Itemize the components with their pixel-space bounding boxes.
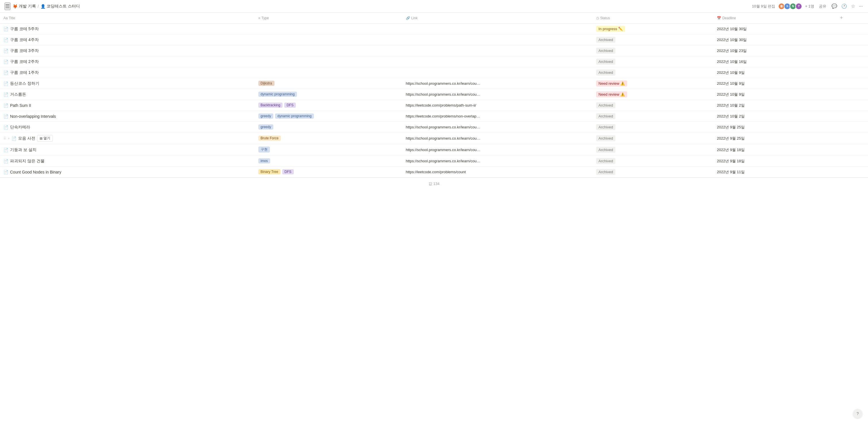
status-badge[interactable]: Archived [596, 102, 615, 108]
status-badge[interactable]: Need review ⚠️ [596, 80, 627, 87]
link-value[interactable]: https://school.programmers.co.kr/learn/c… [406, 92, 480, 97]
link-cell: https://school.programmers.co.kr/learn/c… [402, 122, 593, 133]
status-badge[interactable]: Archived [596, 113, 615, 119]
tag[interactable]: Backtracking [258, 103, 283, 108]
status-badge[interactable]: Archived [596, 147, 615, 153]
link-cell [402, 34, 593, 45]
more-button[interactable]: ··· [859, 3, 863, 9]
col-status[interactable]: ◷ Status [593, 13, 713, 24]
add-column-button[interactable]: + [838, 15, 845, 21]
devlog-icon: 🦊 [13, 4, 18, 9]
status-badge[interactable]: Archived [596, 69, 615, 75]
comment-button[interactable]: 💬 [831, 3, 838, 9]
table-row: 📄 Path Sum II BacktrackingDFShttps://lee… [0, 100, 868, 111]
avatar-group[interactable]: 황 h N Y [778, 3, 802, 10]
type-cell [255, 45, 402, 56]
row-title[interactable]: 구름 코테 4주차 [10, 37, 39, 42]
deadline-cell: 2022년 9월 25일 [713, 133, 834, 144]
menu-button[interactable]: ☰ [5, 3, 10, 10]
tag[interactable]: dynamic programming [258, 92, 297, 97]
tag[interactable]: 구현 [258, 146, 270, 153]
title-cell: 📄 단속카메라 [0, 122, 255, 133]
link-value[interactable]: https://school.programmers.co.kr/learn/c… [406, 148, 480, 152]
col-link-icon: 🔗 [406, 16, 410, 20]
row-title[interactable]: 구름 코테 5주차 [10, 26, 39, 32]
row-title[interactable]: 기둥과 보 설치 [10, 148, 36, 153]
row-title[interactable]: 등산코스 정하기 [10, 81, 39, 86]
deadline-value: 2022년 10월 16일 [717, 60, 747, 64]
tag[interactable]: Binary Tree [258, 169, 281, 174]
status-badge[interactable]: Need review ⚠️ [596, 91, 627, 97]
row-title[interactable]: Non-overlapping Intervals [10, 114, 56, 119]
deadline-value: 2022년 9월 18일 [717, 159, 745, 163]
tag[interactable]: DFS [284, 103, 296, 108]
extra-cell [834, 133, 868, 144]
tag[interactable]: dynamic programming [275, 113, 314, 119]
col-deadline-label: Deadline [722, 16, 736, 20]
table-row: 📄 등산코스 정하기 Dijkstrahttps://school.progra… [0, 78, 868, 89]
history-button[interactable]: 🕐 [841, 3, 847, 9]
extra-cell [834, 100, 868, 111]
row-title[interactable]: 구름 코테 1주차 [10, 70, 39, 75]
link-value[interactable]: https://leetcode.com/problems/non-overla… [406, 114, 480, 118]
type-cell: BacktrackingDFS [255, 100, 402, 111]
col-add[interactable]: + [834, 13, 868, 24]
tag[interactable]: greedy [258, 124, 274, 130]
link-value[interactable]: https://school.programmers.co.kr/learn/c… [406, 136, 480, 140]
share-button[interactable]: 공유 [817, 3, 828, 9]
drag-handle[interactable]: ⠿ [3, 136, 6, 140]
link-value[interactable]: https://leetcode.com/problems/count [406, 170, 480, 174]
status-cell: Archived [593, 34, 713, 45]
status-badge[interactable]: In progress ✏️ [596, 26, 625, 32]
status-badge[interactable]: Archived [596, 48, 615, 54]
doc-icon: 📄 [3, 81, 8, 86]
status-badge[interactable]: Archived [596, 124, 615, 130]
status-badge[interactable]: Archived [596, 158, 615, 164]
title-cell: 📄 구름 코테 2주차 [0, 56, 255, 67]
deadline-cell: 2022년 10월 30일 [713, 34, 834, 45]
col-deadline[interactable]: 📅 Deadline [713, 13, 834, 24]
table-row: 📄 구름 코테 2주차 Archived2022년 10월 16일 [0, 56, 868, 67]
col-title[interactable]: Aa Title [0, 13, 255, 24]
link-value[interactable]: https://school.programmers.co.kr/learn/c… [406, 159, 480, 163]
deadline-cell: 2022년 10월 9일 [713, 78, 834, 89]
title-cell: 📄 구름 코테 4주차 [0, 34, 255, 45]
favorite-button[interactable]: ☆ [850, 3, 856, 9]
status-badge[interactable]: Archived [596, 59, 615, 65]
tag[interactable]: DFS [282, 169, 294, 174]
row-title[interactable]: 파괴되지 않은 건물 [10, 159, 44, 164]
status-badge[interactable]: Archived [596, 37, 615, 43]
row-title[interactable]: 구름 코테 2주차 [10, 59, 39, 64]
row-title[interactable]: 단속카메라 [10, 125, 30, 130]
footer-count-label: 값 134 [429, 182, 439, 186]
breadcrumb-item-1[interactable]: 🦊 개발 기록 [13, 4, 36, 9]
type-cell: greedy [255, 122, 402, 133]
link-value[interactable]: https://leetcode.com/problems/path-sum-i… [406, 103, 480, 107]
tag[interactable]: imos [258, 158, 270, 163]
row-title[interactable]: 구름 코테 3주차 [10, 48, 39, 54]
breadcrumb-label-1: 개발 기록 [19, 4, 36, 9]
main-table: Aa Title ≡ Type 🔗 Link [0, 13, 868, 177]
tag[interactable]: Brute Force [258, 136, 281, 141]
tag[interactable]: greedy [258, 113, 274, 119]
deadline-cell: 2022년 9월 18일 [713, 156, 834, 167]
table-row: 📄 구름 코테 3주차 Archived2022년 10월 23일 [0, 45, 868, 56]
deadline-value: 2022년 10월 2일 [717, 114, 745, 118]
row-title[interactable]: 거스름돈 [10, 92, 26, 97]
row-title[interactable]: Path Sum II [10, 103, 31, 108]
status-badge[interactable]: Archived [596, 169, 615, 175]
title-cell: 📄 구름 코테 5주차 [0, 24, 255, 34]
avatar-4[interactable]: Y [795, 3, 802, 10]
status-badge[interactable]: Archived [596, 135, 615, 141]
breadcrumb-item-2[interactable]: 👤 코딩테스트 스터디 [40, 4, 80, 9]
open-button[interactable]: ⊞ 열기 [37, 135, 53, 142]
add-icon[interactable]: + [8, 136, 10, 140]
col-type[interactable]: ≡ Type [255, 13, 402, 24]
col-link-label: Link [411, 16, 417, 20]
link-value[interactable]: https://school.programmers.co.kr/learn/c… [406, 125, 480, 129]
col-link[interactable]: 🔗 Link [402, 13, 593, 24]
row-title[interactable]: Count Good Nodes in Binary [10, 170, 61, 174]
row-title[interactable]: 모음 사전 [18, 136, 35, 141]
link-value[interactable]: https://school.programmers.co.kr/learn/c… [406, 81, 480, 86]
tag[interactable]: Dijkstra [258, 81, 275, 86]
